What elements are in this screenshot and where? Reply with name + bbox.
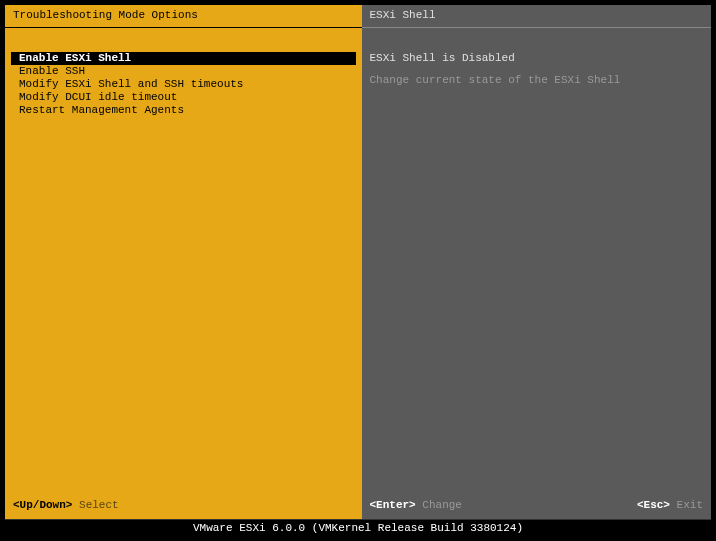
enter-action: Change (422, 499, 462, 511)
right-panel-title: ESXi Shell (362, 5, 711, 28)
right-panel: ESXi Shell ESXi Shell is Disabled Change… (362, 5, 711, 519)
dcui-screen: Troubleshooting Mode Options Enable ESXi… (5, 5, 711, 536)
menu-list: Enable ESXi Shell Enable SSH Modify ESXi… (5, 28, 362, 493)
esc-hint-group: <Esc> Exit (637, 499, 703, 511)
detail-status: ESXi Shell is Disabled (370, 52, 703, 64)
left-panel-title: Troubleshooting Mode Options (5, 5, 362, 28)
detail-content: ESXi Shell is Disabled Change current st… (362, 28, 711, 493)
menu-item-modify-dcui-timeout[interactable]: Modify DCUI idle timeout (5, 91, 362, 104)
updown-key-hint: <Up/Down> (13, 499, 72, 511)
menu-item-enable-ssh[interactable]: Enable SSH (5, 65, 362, 78)
detail-description: Change current state of the ESXi Shell (370, 74, 703, 86)
menu-item-modify-timeouts[interactable]: Modify ESXi Shell and SSH timeouts (5, 78, 362, 91)
esc-key-hint: <Esc> (637, 499, 670, 511)
esc-action: Exit (677, 499, 703, 511)
status-bar: VMware ESXi 6.0.0 (VMKernel Release Buil… (5, 519, 711, 536)
right-panel-footer: <Enter> Change <Esc> Exit (362, 493, 711, 519)
left-panel-footer: <Up/Down> Select (5, 493, 362, 519)
left-panel: Troubleshooting Mode Options Enable ESXi… (5, 5, 362, 519)
enter-key-hint: <Enter> (370, 499, 416, 511)
main-area: Troubleshooting Mode Options Enable ESXi… (5, 5, 711, 519)
menu-item-restart-agents[interactable]: Restart Management Agents (5, 104, 362, 117)
menu-item-enable-esxi-shell[interactable]: Enable ESXi Shell (11, 52, 356, 65)
enter-hint-group: <Enter> Change (370, 499, 462, 511)
updown-action: Select (79, 499, 119, 511)
